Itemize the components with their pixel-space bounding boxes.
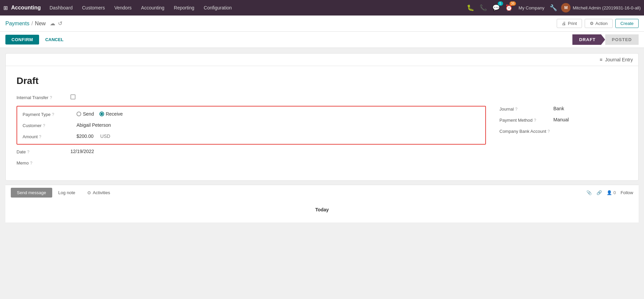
tab-actions: 📎 🔗 👤 0 Follow <box>586 190 633 195</box>
nav-item-reporting[interactable]: Reporting <box>170 3 198 12</box>
clock-badge: 36 <box>510 1 516 6</box>
form-card: ≡ Journal Entry Draft Internal Transfer … <box>5 53 639 181</box>
memo-label: Memo ? <box>17 160 70 166</box>
amount-help-icon[interactable]: ? <box>39 134 41 139</box>
payment-method-value[interactable]: Manual <box>553 117 627 122</box>
user-name: Mitchell Admin (22019931-16-0-all) <box>573 5 641 10</box>
company-bank-label: Company Bank Account ? <box>499 128 567 134</box>
sub-header: Payments / New ☁ ↺ 🖨 Print ⚙ Action Crea… <box>0 16 644 32</box>
breadcrumb-payments[interactable]: Payments <box>5 21 29 27</box>
internal-transfer-checkbox[interactable] <box>70 94 75 99</box>
customer-label: Customer ? <box>23 122 76 128</box>
refresh-icon[interactable]: ↺ <box>58 20 62 27</box>
follow-button[interactable]: Follow <box>620 190 633 195</box>
status-draft[interactable]: DRAFT <box>572 34 605 45</box>
gear-icon: ⚙ <box>590 21 594 26</box>
internal-transfer-help-icon[interactable]: ? <box>50 95 52 100</box>
user-info[interactable]: M Mitchell Admin (22019931-16-0-all) <box>561 3 641 12</box>
bottom-tabs: Send message Log note ⊙ Activities 📎 🔗 👤… <box>5 185 639 200</box>
settings-icon[interactable]: 🔧 <box>548 3 558 13</box>
action-bar: CONFIRM CANCEL DRAFT POSTED <box>0 32 644 48</box>
status-posted[interactable]: POSTED <box>605 34 639 45</box>
date-help-icon[interactable]: ? <box>27 150 29 154</box>
avatar: M <box>561 3 571 12</box>
customer-row: Customer ? Abigail Peterson <box>23 122 480 128</box>
followers-btn[interactable]: 👤 0 <box>607 190 616 195</box>
payment-type-row: Payment Type ? Send <box>23 111 480 117</box>
activities-clock-icon: ⊙ <box>87 190 91 195</box>
payment-type-radio-group: Send Receive <box>76 111 480 117</box>
nav-item-configuration[interactable]: Configuration <box>200 3 236 12</box>
receive-radio-label: Receive <box>106 111 123 117</box>
form-card-header: ≡ Journal Entry <box>6 54 638 66</box>
top-navigation: ⊞ Accounting Dashboard Customers Vendors… <box>0 0 644 16</box>
receive-radio-circle <box>99 112 104 116</box>
log-note-tab[interactable]: Log note <box>52 188 82 198</box>
printer-icon: 🖨 <box>562 21 566 26</box>
followers-count: 0 <box>613 190 616 195</box>
amount-label: Amount ? <box>23 133 76 139</box>
action-button[interactable]: ⚙ Action <box>585 19 613 28</box>
currency-value[interactable]: USD <box>100 133 111 139</box>
cancel-button[interactable]: CANCEL <box>40 35 68 44</box>
internal-transfer-label: Internal Transfer ? <box>17 94 70 100</box>
send-radio-circle <box>76 112 81 116</box>
nav-item-customers[interactable]: Customers <box>78 3 109 12</box>
payment-type-label: Payment Type ? <box>23 111 76 117</box>
chat-icon[interactable]: 💬 5 <box>491 3 501 13</box>
payment-highlight-box: Payment Type ? Send <box>17 106 486 145</box>
memo-row: Memo ? <box>17 160 486 166</box>
form-section: Payment Type ? Send <box>17 106 627 171</box>
journal-label: Journal ? <box>499 106 553 112</box>
form-title: Draft <box>17 76 627 86</box>
phone-icon[interactable]: 📞 <box>478 3 488 13</box>
payment-type-help-icon[interactable]: ? <box>52 112 54 117</box>
payment-method-label: Payment Method ? <box>499 117 553 123</box>
send-radio-label: Send <box>83 111 94 117</box>
date-row: Date ? 12/19/2022 <box>17 149 486 154</box>
breadcrumb-icons: ☁ ↺ <box>50 20 62 27</box>
form-left: Payment Type ? Send <box>17 106 486 171</box>
breadcrumb-new: New <box>35 21 46 27</box>
date-value[interactable]: 12/19/2022 <box>70 149 486 154</box>
nav-item-accounting[interactable]: Accounting <box>137 3 168 12</box>
cloud-upload-icon[interactable]: ☁ <box>50 20 55 27</box>
create-button[interactable]: Create <box>615 19 639 28</box>
journal-value[interactable]: Bank <box>553 106 627 111</box>
amount-value[interactable]: $200.00 <box>76 133 94 139</box>
journal-entry-link[interactable]: ≡ Journal Entry <box>600 57 633 62</box>
status-bar: DRAFT POSTED <box>572 34 639 45</box>
company-name: My Company <box>519 5 545 10</box>
lines-icon: ≡ <box>600 57 602 62</box>
print-button[interactable]: 🖨 Print <box>557 19 582 28</box>
breadcrumb-separator: / <box>31 21 33 27</box>
chat-badge: 5 <box>498 1 503 6</box>
timeline-today: Today <box>11 207 633 212</box>
grid-icon[interactable]: ⊞ <box>3 5 8 11</box>
form-right: Journal ? Bank Payment Method ? Manual <box>499 106 627 171</box>
customer-help-icon[interactable]: ? <box>43 123 45 128</box>
nav-item-dashboard[interactable]: Dashboard <box>45 3 77 12</box>
nav-item-vendors[interactable]: Vendors <box>110 3 135 12</box>
company-bank-help-icon[interactable]: ? <box>548 129 550 134</box>
activities-tab[interactable]: ⊙ Activities <box>81 188 116 198</box>
person-icon: 👤 <box>607 190 612 195</box>
attachment-icon[interactable]: 📎 <box>586 190 592 195</box>
payment-method-row: Payment Method ? Manual <box>499 117 627 123</box>
journal-help-icon[interactable]: ? <box>515 107 518 112</box>
customer-value[interactable]: Abigail Peterson <box>76 122 480 128</box>
confirm-button[interactable]: CONFIRM <box>5 35 39 44</box>
memo-help-icon[interactable]: ? <box>30 161 32 166</box>
link-icon[interactable]: 🔗 <box>596 190 602 195</box>
receive-radio-option[interactable]: Receive <box>99 111 123 117</box>
breadcrumb: Payments / New <box>5 21 46 27</box>
send-radio-option[interactable]: Send <box>76 111 94 117</box>
clock-icon[interactable]: ⏰ 36 <box>504 3 514 13</box>
amount-row: Amount ? $200.00 USD <box>23 133 480 139</box>
payment-method-help-icon[interactable]: ? <box>534 118 536 123</box>
bug-icon[interactable]: 🐛 <box>465 3 476 13</box>
form-body: Draft Internal Transfer ? <box>6 66 638 180</box>
app-name: Accounting <box>11 5 41 11</box>
timeline-section: Today <box>5 200 639 222</box>
send-message-tab[interactable]: Send message <box>11 188 52 198</box>
